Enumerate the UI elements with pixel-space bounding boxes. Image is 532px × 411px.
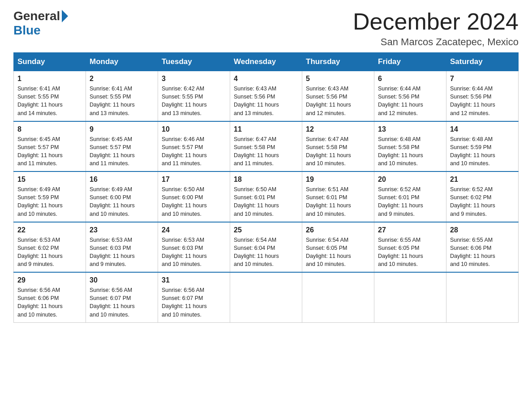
calendar-cell: 12 Sunrise: 6:47 AM Sunset: 5:58 PM Dayl… bbox=[302, 121, 374, 172]
day-number: 1 bbox=[17, 75, 82, 83]
logo-general-text: General bbox=[13, 9, 60, 23]
day-info: Sunrise: 6:45 AM Sunset: 5:57 PM Dayligh… bbox=[90, 135, 154, 168]
calendar-cell: 19 Sunrise: 6:51 AM Sunset: 6:01 PM Dayl… bbox=[302, 171, 374, 222]
day-number: 11 bbox=[234, 125, 298, 133]
day-info: Sunrise: 6:47 AM Sunset: 5:58 PM Dayligh… bbox=[306, 135, 370, 168]
day-number: 12 bbox=[306, 125, 370, 133]
day-number: 30 bbox=[90, 276, 154, 284]
day-info: Sunrise: 6:50 AM Sunset: 6:00 PM Dayligh… bbox=[162, 185, 226, 218]
day-number: 2 bbox=[90, 75, 154, 83]
logo-general: General bbox=[13, 9, 68, 23]
day-info: Sunrise: 6:49 AM Sunset: 6:00 PM Dayligh… bbox=[90, 185, 154, 218]
day-info: Sunrise: 6:41 AM Sunset: 5:55 PM Dayligh… bbox=[90, 85, 154, 117]
calendar-cell: 14 Sunrise: 6:48 AM Sunset: 5:59 PM Dayl… bbox=[446, 121, 519, 172]
day-number: 17 bbox=[162, 176, 226, 184]
day-info: Sunrise: 6:56 AM Sunset: 6:07 PM Dayligh… bbox=[162, 286, 226, 319]
page-header: General Blue December 2024 San Marcos Za… bbox=[13, 9, 519, 48]
calendar-cell: 21 Sunrise: 6:52 AM Sunset: 6:02 PM Dayl… bbox=[446, 171, 519, 222]
calendar-cell: 29 Sunrise: 6:56 AM Sunset: 6:06 PM Dayl… bbox=[14, 272, 86, 322]
location-title: San Marcos Zacatepec, Mexico bbox=[353, 36, 519, 48]
calendar-cell: 16 Sunrise: 6:49 AM Sunset: 6:00 PM Dayl… bbox=[86, 171, 158, 222]
calendar-cell: 26 Sunrise: 6:54 AM Sunset: 6:05 PM Dayl… bbox=[302, 222, 374, 273]
calendar-cell: 5 Sunrise: 6:43 AM Sunset: 5:56 PM Dayli… bbox=[302, 71, 374, 121]
day-info: Sunrise: 6:48 AM Sunset: 5:58 PM Dayligh… bbox=[378, 135, 442, 168]
day-number: 22 bbox=[17, 226, 82, 234]
day-info: Sunrise: 6:48 AM Sunset: 5:59 PM Dayligh… bbox=[450, 135, 515, 168]
day-number: 29 bbox=[17, 276, 82, 284]
calendar-cell: 4 Sunrise: 6:43 AM Sunset: 5:56 PM Dayli… bbox=[230, 71, 302, 121]
calendar-week-row: 15 Sunrise: 6:49 AM Sunset: 5:59 PM Dayl… bbox=[14, 171, 519, 222]
day-number: 4 bbox=[234, 75, 298, 83]
day-info: Sunrise: 6:46 AM Sunset: 5:57 PM Dayligh… bbox=[162, 135, 226, 168]
calendar-cell: 24 Sunrise: 6:53 AM Sunset: 6:03 PM Dayl… bbox=[158, 222, 230, 273]
day-number: 15 bbox=[17, 176, 82, 184]
day-info: Sunrise: 6:52 AM Sunset: 6:02 PM Dayligh… bbox=[450, 185, 515, 218]
calendar-cell bbox=[374, 272, 446, 322]
calendar-table: SundayMondayTuesdayWednesdayThursdayFrid… bbox=[13, 52, 519, 323]
calendar-cell: 8 Sunrise: 6:45 AM Sunset: 5:57 PM Dayli… bbox=[14, 121, 86, 172]
day-number: 14 bbox=[450, 125, 515, 133]
calendar-cell: 23 Sunrise: 6:53 AM Sunset: 6:03 PM Dayl… bbox=[86, 222, 158, 273]
day-info: Sunrise: 6:44 AM Sunset: 5:56 PM Dayligh… bbox=[450, 85, 515, 117]
calendar-cell: 27 Sunrise: 6:55 AM Sunset: 6:05 PM Dayl… bbox=[374, 222, 446, 273]
day-info: Sunrise: 6:56 AM Sunset: 6:06 PM Dayligh… bbox=[17, 286, 82, 319]
logo: General Blue bbox=[13, 9, 68, 38]
day-number: 8 bbox=[17, 125, 82, 133]
header-monday: Monday bbox=[86, 53, 158, 71]
header-tuesday: Tuesday bbox=[158, 53, 230, 71]
calendar-cell: 13 Sunrise: 6:48 AM Sunset: 5:58 PM Dayl… bbox=[374, 121, 446, 172]
day-info: Sunrise: 6:53 AM Sunset: 6:03 PM Dayligh… bbox=[162, 236, 226, 269]
day-info: Sunrise: 6:52 AM Sunset: 6:01 PM Dayligh… bbox=[378, 185, 442, 218]
day-info: Sunrise: 6:51 AM Sunset: 6:01 PM Dayligh… bbox=[306, 185, 370, 218]
day-number: 18 bbox=[234, 176, 298, 184]
day-number: 26 bbox=[306, 226, 370, 234]
day-number: 28 bbox=[450, 226, 515, 234]
day-info: Sunrise: 6:54 AM Sunset: 6:04 PM Dayligh… bbox=[234, 236, 298, 269]
day-number: 24 bbox=[162, 226, 226, 234]
day-number: 9 bbox=[90, 125, 154, 133]
calendar-cell: 1 Sunrise: 6:41 AM Sunset: 5:55 PM Dayli… bbox=[14, 71, 86, 121]
day-number: 13 bbox=[378, 125, 442, 133]
month-title: December 2024 bbox=[353, 9, 519, 34]
calendar-cell: 31 Sunrise: 6:56 AM Sunset: 6:07 PM Dayl… bbox=[158, 272, 230, 322]
logo-blue-text: Blue bbox=[13, 23, 41, 38]
calendar-week-row: 29 Sunrise: 6:56 AM Sunset: 6:06 PM Dayl… bbox=[14, 272, 519, 322]
calendar-cell bbox=[446, 272, 519, 322]
day-info: Sunrise: 6:54 AM Sunset: 6:05 PM Dayligh… bbox=[306, 236, 370, 269]
header-wednesday: Wednesday bbox=[230, 53, 302, 71]
day-number: 5 bbox=[306, 75, 370, 83]
logo-arrow-icon bbox=[62, 10, 68, 22]
calendar-header-row: SundayMondayTuesdayWednesdayThursdayFrid… bbox=[14, 53, 519, 71]
day-info: Sunrise: 6:50 AM Sunset: 6:01 PM Dayligh… bbox=[234, 185, 298, 218]
day-number: 27 bbox=[378, 226, 442, 234]
day-info: Sunrise: 6:42 AM Sunset: 5:55 PM Dayligh… bbox=[162, 85, 226, 117]
calendar-cell: 3 Sunrise: 6:42 AM Sunset: 5:55 PM Dayli… bbox=[158, 71, 230, 121]
header-sunday: Sunday bbox=[14, 53, 86, 71]
day-info: Sunrise: 6:53 AM Sunset: 6:03 PM Dayligh… bbox=[90, 236, 154, 269]
calendar-cell bbox=[230, 272, 302, 322]
day-number: 31 bbox=[162, 276, 226, 284]
day-number: 7 bbox=[450, 75, 515, 83]
calendar-cell: 20 Sunrise: 6:52 AM Sunset: 6:01 PM Dayl… bbox=[374, 171, 446, 222]
calendar-cell: 6 Sunrise: 6:44 AM Sunset: 5:56 PM Dayli… bbox=[374, 71, 446, 121]
title-block: December 2024 San Marcos Zacatepec, Mexi… bbox=[353, 9, 519, 48]
calendar-cell: 22 Sunrise: 6:53 AM Sunset: 6:02 PM Dayl… bbox=[14, 222, 86, 273]
calendar-cell: 7 Sunrise: 6:44 AM Sunset: 5:56 PM Dayli… bbox=[446, 71, 519, 121]
day-info: Sunrise: 6:55 AM Sunset: 6:06 PM Dayligh… bbox=[450, 236, 515, 269]
day-number: 19 bbox=[306, 176, 370, 184]
day-number: 10 bbox=[162, 125, 226, 133]
day-number: 25 bbox=[234, 226, 298, 234]
day-info: Sunrise: 6:45 AM Sunset: 5:57 PM Dayligh… bbox=[17, 135, 82, 168]
calendar-cell bbox=[302, 272, 374, 322]
calendar-cell: 11 Sunrise: 6:47 AM Sunset: 5:58 PM Dayl… bbox=[230, 121, 302, 172]
day-number: 16 bbox=[90, 176, 154, 184]
day-info: Sunrise: 6:53 AM Sunset: 6:02 PM Dayligh… bbox=[17, 236, 82, 269]
calendar-cell: 10 Sunrise: 6:46 AM Sunset: 5:57 PM Dayl… bbox=[158, 121, 230, 172]
day-info: Sunrise: 6:41 AM Sunset: 5:55 PM Dayligh… bbox=[17, 85, 82, 117]
header-saturday: Saturday bbox=[446, 53, 519, 71]
calendar-cell: 18 Sunrise: 6:50 AM Sunset: 6:01 PM Dayl… bbox=[230, 171, 302, 222]
day-info: Sunrise: 6:56 AM Sunset: 6:07 PM Dayligh… bbox=[90, 286, 154, 319]
day-info: Sunrise: 6:49 AM Sunset: 5:59 PM Dayligh… bbox=[17, 185, 82, 218]
day-info: Sunrise: 6:44 AM Sunset: 5:56 PM Dayligh… bbox=[378, 85, 442, 117]
day-number: 21 bbox=[450, 176, 515, 184]
